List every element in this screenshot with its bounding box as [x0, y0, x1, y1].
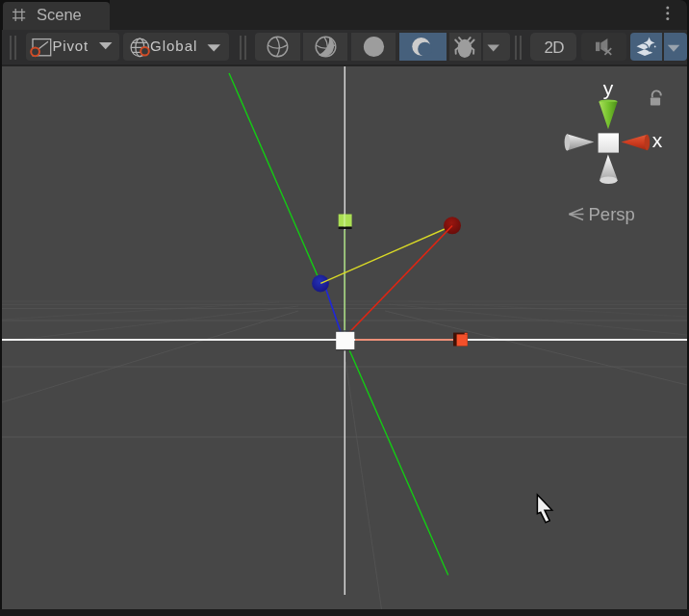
svg-text:y: y [603, 77, 614, 99]
svg-text:x: x [652, 129, 663, 151]
svg-text:Persp: Persp [589, 204, 635, 224]
